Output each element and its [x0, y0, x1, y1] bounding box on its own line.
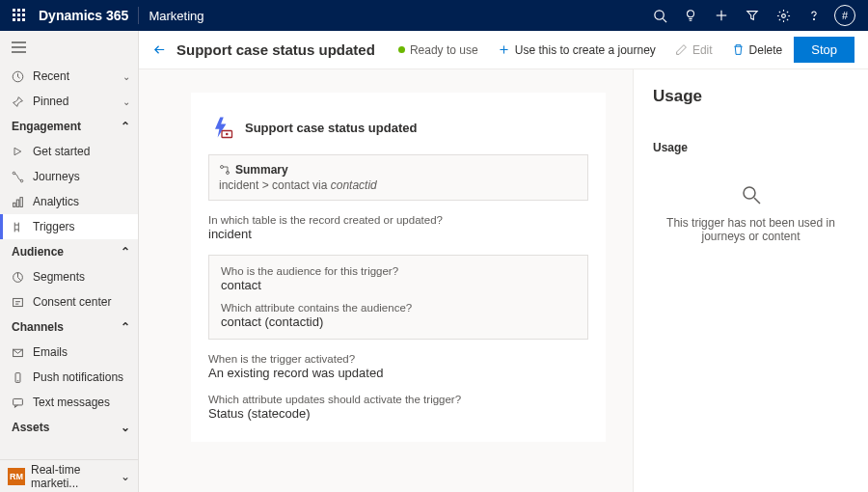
create-journey-button[interactable]: Use this to create a journey: [490, 39, 664, 62]
chevron-down-icon: ⌄: [121, 421, 130, 434]
answer-audience: contact: [221, 278, 576, 292]
svg-rect-32: [14, 398, 23, 405]
chat-icon: [12, 396, 25, 409]
nav-label: Text messages: [33, 396, 130, 409]
question-updates: Which attribute updates should activate …: [208, 394, 588, 405]
svg-rect-24: [14, 203, 15, 206]
trigger-icon: [12, 221, 25, 233]
question-audience: Who is the audience for this trigger?: [221, 265, 576, 277]
svg-rect-25: [16, 200, 18, 206]
nav-recent[interactable]: Recent ⌄: [0, 64, 138, 89]
svg-point-16: [781, 14, 785, 17]
nav-analytics[interactable]: Analytics: [0, 189, 138, 214]
flow-icon: [219, 164, 231, 176]
svg-point-36: [226, 133, 229, 136]
user-avatar[interactable]: #: [829, 5, 860, 26]
chevron-up-icon: ⌃: [121, 120, 130, 133]
usage-empty-state: This trigger has not been used in journe…: [653, 183, 849, 243]
status-dot-icon: [398, 46, 405, 53]
nav-label: Emails: [33, 345, 130, 359]
svg-rect-26: [20, 197, 22, 206]
delete-button[interactable]: Delete: [724, 39, 791, 62]
nav-label: Analytics: [33, 195, 130, 208]
nav-get-started[interactable]: Get started: [0, 139, 138, 164]
topbar-divider: [138, 7, 139, 24]
chevron-down-icon: ⌄: [122, 96, 130, 107]
usage-panel: Usage Usage This trigger has not been us…: [633, 69, 868, 492]
nav-label: Get started: [33, 145, 130, 158]
nav-consent[interactable]: Consent center: [0, 289, 138, 314]
nav-triggers[interactable]: Triggers: [0, 214, 138, 239]
magnifier-icon: [740, 183, 763, 206]
nav-section-audience[interactable]: Audience ⌃: [0, 239, 138, 264]
nav-section-channels[interactable]: Channels ⌃: [0, 314, 138, 340]
status-badge: Ready to use: [398, 43, 478, 57]
add-icon[interactable]: [706, 9, 737, 22]
app-launcher-icon[interactable]: [8, 9, 31, 22]
nav-pinned[interactable]: Pinned ⌄: [0, 89, 138, 114]
button-label: Edit: [692, 43, 713, 57]
svg-line-10: [663, 18, 666, 22]
back-button[interactable]: [152, 42, 167, 57]
edit-button: Edit: [667, 39, 720, 62]
journeys-icon: [12, 171, 25, 183]
svg-rect-8: [22, 18, 25, 21]
answer-table: incident: [208, 227, 588, 241]
trigger-detail-card: Support case status updated Summary inci…: [191, 93, 606, 442]
mail-icon: [12, 346, 25, 359]
nav-journeys[interactable]: Journeys: [0, 164, 138, 189]
nav-label: Segments: [33, 270, 130, 284]
plus-icon: [498, 43, 510, 56]
svg-rect-1: [17, 9, 20, 12]
svg-rect-0: [13, 9, 15, 12]
svg-line-40: [754, 198, 760, 204]
nav-label: Pinned: [33, 95, 115, 108]
svg-point-9: [654, 10, 663, 18]
nav-label: Triggers: [33, 220, 130, 233]
answer-when: An existing record was updated: [208, 366, 588, 380]
nav-label: Journeys: [33, 170, 130, 183]
lightbulb-icon[interactable]: [675, 9, 706, 22]
audience-box: Who is the audience for this trigger? co…: [208, 255, 588, 340]
trash-icon: [732, 43, 745, 56]
question-when: When is the trigger activated?: [208, 353, 588, 365]
nav-label: Consent center: [33, 295, 130, 309]
svg-rect-4: [17, 14, 20, 16]
trigger-lightning-icon: [208, 114, 235, 141]
nav-text[interactable]: Text messages: [0, 390, 138, 415]
answer-attr: contact (contactid): [221, 314, 576, 329]
edit-icon: [675, 43, 688, 56]
nav-segments[interactable]: Segments: [0, 264, 138, 289]
nav-emails[interactable]: Emails: [0, 340, 138, 365]
filter-icon[interactable]: [737, 9, 768, 22]
stop-button[interactable]: Stop: [794, 37, 854, 63]
page-title: Support case status updated: [176, 41, 375, 58]
module-label: Marketing: [149, 9, 203, 23]
app-topbar: Dynamics 365 Marketing #: [0, 0, 868, 31]
svg-point-11: [688, 11, 694, 17]
settings-icon[interactable]: [768, 9, 799, 23]
button-label: Delete: [749, 43, 783, 57]
svg-rect-2: [22, 9, 25, 12]
search-icon[interactable]: [644, 9, 675, 23]
usage-empty-text: This trigger has not been used in journe…: [660, 216, 843, 243]
segments-icon: [12, 271, 25, 284]
brand-label: Dynamics 365: [39, 8, 128, 23]
summary-box: Summary incident > contact via contactid: [208, 154, 588, 201]
command-bar: Support case status updated Ready to use…: [139, 31, 868, 69]
chevron-down-icon: ⌄: [122, 71, 130, 82]
nav-push[interactable]: Push notifications: [0, 365, 138, 390]
consent-icon: [12, 296, 25, 309]
svg-point-39: [744, 187, 755, 199]
chevron-up-icon: ⌃: [121, 320, 130, 334]
nav-section-engagement[interactable]: Engagement ⌃: [0, 114, 138, 139]
nav-section-assets[interactable]: Assets ⌄: [0, 415, 138, 440]
usage-title: Usage: [653, 87, 849, 106]
svg-rect-3: [13, 14, 15, 16]
left-nav: Recent ⌄ Pinned ⌄ Engagement ⌃ Get start…: [0, 31, 139, 492]
area-switcher[interactable]: RM Real-time marketi... ⌄: [0, 459, 138, 492]
question-attr: Which attribute contains the audience?: [221, 302, 576, 314]
button-label: Use this to create a journey: [515, 43, 656, 57]
help-icon[interactable]: [799, 9, 829, 22]
nav-collapse-button[interactable]: [0, 31, 138, 64]
